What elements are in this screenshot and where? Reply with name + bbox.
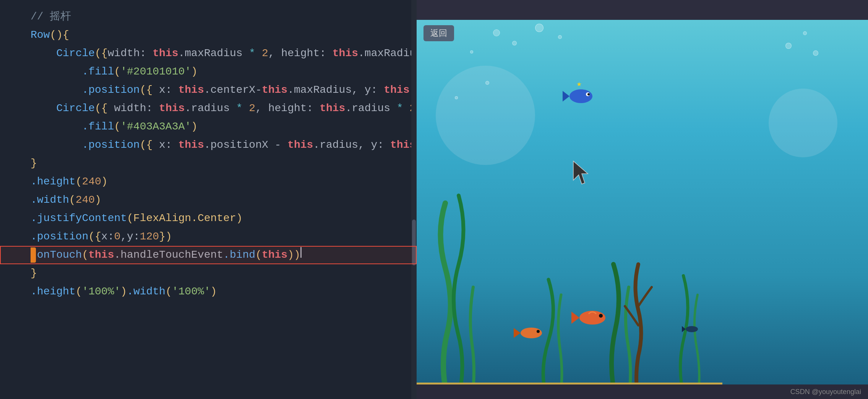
svg-point-2 (599, 314, 603, 318)
code-line-fill2: .fill('#403A3A3A') (31, 118, 417, 136)
scrollbar[interactable] (411, 0, 417, 399)
line-indicator (31, 247, 36, 263)
svg-point-11 (686, 326, 698, 332)
code-line-position1: .position({ x: this.centerX-this.maxRadi… (31, 81, 417, 99)
code-line-circle1-open: Circle({width: this.maxRadius * 2, heigh… (31, 44, 417, 63)
bubble-3 (535, 24, 544, 32)
game-preview: 返回 (417, 20, 868, 384)
svg-point-5 (537, 330, 540, 333)
bubble-7 (813, 50, 818, 56)
code-line-positionxy: .position({x:0,y:120}) (31, 228, 417, 246)
code-line-fill1: .fill('#20101010') (31, 63, 417, 81)
preview-panel: 返回 (417, 0, 868, 399)
code-line-comment: // 摇杆 (31, 8, 417, 26)
return-button[interactable]: 返回 (423, 25, 454, 41)
bubble-4 (558, 35, 562, 39)
code-line-position2: .position({ x: this.positionX - this.rad… (31, 136, 417, 154)
code-editor: // 摇杆Row(){ Circle({width: this.maxRadiu… (0, 0, 417, 399)
bubble-2 (512, 41, 517, 45)
svg-text:★: ★ (576, 79, 581, 89)
bg-circle-1 (436, 66, 535, 165)
svg-point-0 (579, 311, 605, 325)
bubble-1 (493, 29, 500, 36)
code-line-ontouch: .onTouch(this.handleTouchEvent.bind(this… (31, 246, 417, 264)
code-line-row-close1: } (31, 154, 417, 173)
svg-point-3 (521, 328, 542, 338)
svg-point-8 (586, 92, 590, 96)
preview-bottom-bar: CSDN @youyoutenglai (417, 384, 868, 399)
code-line-width: .width(240) (31, 191, 417, 209)
svg-marker-12 (682, 326, 686, 332)
bubble-6 (803, 31, 807, 35)
svg-marker-16 (573, 161, 588, 184)
code-line-justify: .justifyContent(FlexAlign.Center) (31, 209, 417, 228)
svg-rect-13 (417, 383, 722, 384)
svg-point-6 (569, 89, 592, 103)
csdn-label: CSDN @youyoutenglai (790, 388, 861, 396)
aquarium: 返回 (417, 20, 868, 384)
code-line-row-open: Row(){ (31, 26, 417, 44)
svg-marker-4 (514, 328, 521, 338)
code-line-row-close2: } (31, 264, 417, 283)
svg-point-9 (587, 93, 590, 95)
bubble-8 (470, 50, 473, 53)
code-line-height: .height(240) (31, 173, 417, 191)
bubble-10 (455, 96, 458, 99)
text-cursor (300, 247, 302, 258)
bubble-9 (485, 81, 489, 85)
bg-circle-2 (769, 89, 837, 157)
code-lines: // 摇杆Row(){ Circle({width: this.maxRadiu… (31, 8, 417, 301)
svg-marker-1 (571, 312, 579, 324)
code-line-circle2-open: Circle({ width: this.radius * 2, height:… (31, 99, 417, 118)
code-line-heightwidth: .height('100%').width('100%') (31, 283, 417, 301)
svg-marker-7 (563, 91, 569, 102)
bubble-5 (785, 43, 792, 49)
preview-top-bar (417, 0, 868, 20)
